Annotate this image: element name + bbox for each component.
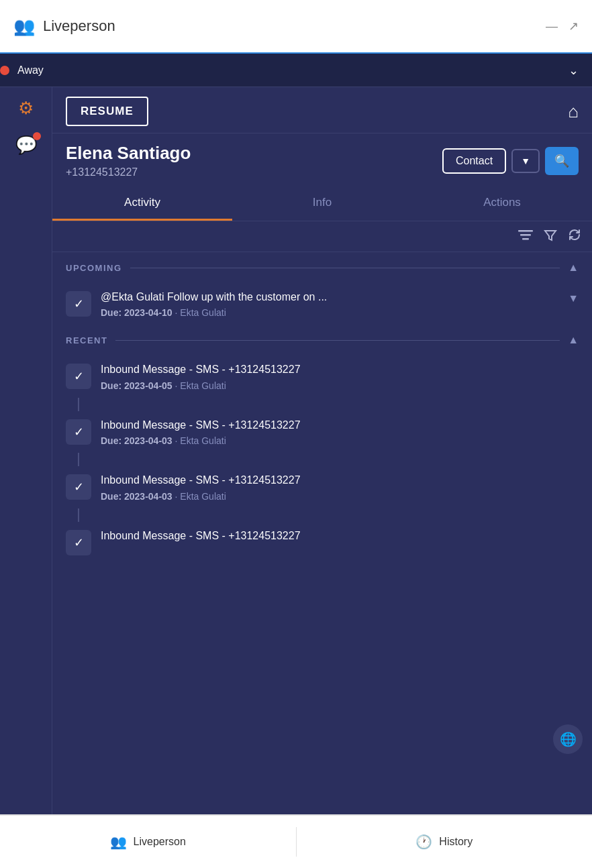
recent-collapse-icon[interactable]: ▲	[568, 334, 579, 346]
recent-item-meta-2: Due: 2023-04-03 · Ekta Gulati	[101, 491, 579, 502]
customer-phone: +13124513227	[66, 166, 191, 178]
refresh-button[interactable]	[568, 228, 581, 245]
upcoming-collapse-icon[interactable]: ▲	[568, 262, 579, 274]
title-bar-left: 👥 Liveperson	[13, 16, 115, 37]
settings-icon[interactable]: ⚙	[18, 98, 34, 119]
sidebar: ⚙ 💬	[0, 87, 52, 814]
checkbox-recent-2[interactable]: ✓	[66, 474, 91, 500]
expand-button[interactable]: ↗	[569, 19, 579, 34]
recent-item-meta-0: Due: 2023-04-05 · Ekta Gulati	[101, 380, 579, 391]
recent-item-content-1: Inbound Message - SMS - +13124513227 Due…	[101, 418, 579, 446]
activity-toolbar	[52, 221, 592, 252]
customer-section: Elena Santiago +13124513227 Contact ▼ 🔍	[52, 133, 592, 186]
upcoming-item-meta-0: Due: 2023-04-10 · Ekta Gulati	[101, 307, 558, 318]
tab-actions[interactable]: Actions	[412, 186, 592, 221]
recent-label: RECENT	[66, 335, 107, 345]
checkbox-upcoming-0[interactable]: ✓	[66, 291, 91, 317]
liveperson-nav-label: Liveperson	[134, 836, 186, 848]
main-panel: RESUME ⌂ Elena Santiago +13124513227 Con…	[52, 87, 592, 814]
svg-rect-2	[522, 238, 529, 240]
resume-button[interactable]: RESUME	[66, 97, 148, 126]
title-bar: 👥 Liveperson — ↗	[0, 0, 592, 54]
status-dot	[0, 66, 9, 75]
timeline-connector-2	[78, 508, 79, 522]
recent-item-content-3: Inbound Message - SMS - +13124513227	[101, 529, 579, 546]
recent-item-title-3: Inbound Message - SMS - +13124513227	[101, 529, 579, 543]
recent-item-title-2: Inbound Message - SMS - +13124513227	[101, 473, 579, 488]
history-nav-icon: 🕐	[415, 834, 432, 850]
tabs-bar: Activity Info Actions	[52, 186, 592, 221]
recent-item-3[interactable]: ✓ Inbound Message - SMS - +13124513227	[52, 522, 592, 562]
customer-header-row: Elena Santiago +13124513227 Contact ▼ 🔍	[66, 143, 579, 178]
history-nav-label: History	[439, 836, 473, 848]
recent-item-2[interactable]: ✓ Inbound Message - SMS - +13124513227 D…	[52, 466, 592, 508]
upcoming-label: UPCOMING	[66, 263, 122, 273]
globe-button[interactable]: 🌐	[553, 724, 583, 754]
activity-list: UPCOMING ▲ ✓ @Ekta Gulati Follow up with…	[52, 252, 592, 814]
recent-item-title-0: Inbound Message - SMS - +13124513227	[101, 362, 579, 377]
contact-button[interactable]: Contact	[442, 148, 506, 174]
svg-rect-1	[520, 234, 531, 236]
title-bar-controls: — ↗	[546, 19, 579, 34]
tab-activity[interactable]: Activity	[52, 186, 232, 221]
tab-info[interactable]: Info	[232, 186, 412, 221]
checkbox-recent-1[interactable]: ✓	[66, 419, 91, 445]
panel-header: RESUME ⌂	[52, 87, 592, 133]
upcoming-section-header: UPCOMING ▲	[52, 252, 592, 283]
status-chevron-icon: ⌄	[569, 63, 579, 78]
app-title: Liveperson	[43, 17, 115, 35]
app-container: Away ⌄ ⚙ 💬 RESUME ⌂	[0, 54, 592, 814]
status-text: Away	[17, 64, 44, 76]
recent-item-meta-1: Due: 2023-04-03 · Ekta Gulati	[101, 435, 579, 446]
upcoming-item-content-0: @Ekta Gulati Follow up with the customer…	[101, 290, 558, 318]
recent-item-1[interactable]: ✓ Inbound Message - SMS - +13124513227 D…	[52, 411, 592, 453]
sort-button[interactable]	[518, 229, 533, 244]
bottom-nav-history[interactable]: 🕐 History	[297, 827, 593, 857]
users-icon: 👥	[13, 16, 35, 37]
bottom-nav-liveperson[interactable]: 👥 Liveperson	[0, 827, 297, 857]
contact-controls: Contact ▼ 🔍	[442, 147, 579, 175]
timeline-connector-1	[78, 453, 79, 466]
search-button[interactable]: 🔍	[545, 147, 579, 175]
recent-item-0[interactable]: ✓ Inbound Message - SMS - +13124513227 D…	[52, 356, 592, 397]
filter-button[interactable]	[544, 228, 557, 245]
checkbox-recent-0[interactable]: ✓	[66, 364, 91, 389]
status-bar[interactable]: Away ⌄	[0, 54, 592, 87]
recent-item-content-2: Inbound Message - SMS - +13124513227 Due…	[101, 473, 579, 501]
svg-rect-0	[518, 230, 533, 232]
timeline-connector-0	[78, 398, 79, 411]
home-button[interactable]: ⌂	[568, 101, 579, 122]
upcoming-item-chevron-0[interactable]: ▼	[568, 290, 579, 305]
recent-section-header: RECENT ▲	[52, 325, 592, 356]
bottom-nav: 👥 Liveperson 🕐 History	[0, 814, 592, 868]
upcoming-item-title-0: @Ekta Gulati Follow up with the customer…	[101, 290, 558, 305]
customer-info: Elena Santiago +13124513227	[66, 143, 191, 178]
content-area: ⚙ 💬 RESUME ⌂ Elena Santiago +131245	[0, 87, 592, 814]
upcoming-item-0[interactable]: ✓ @Ekta Gulati Follow up with the custom…	[52, 283, 592, 325]
recent-divider	[115, 340, 560, 341]
dropdown-button[interactable]: ▼	[511, 149, 540, 173]
customer-name: Elena Santiago	[66, 143, 191, 164]
checkbox-recent-3[interactable]: ✓	[66, 530, 91, 555]
chat-icon[interactable]: 💬	[15, 135, 37, 156]
recent-item-content-0: Inbound Message - SMS - +13124513227 Due…	[101, 362, 579, 390]
liveperson-nav-icon: 👥	[110, 834, 127, 850]
recent-item-title-1: Inbound Message - SMS - +13124513227	[101, 418, 579, 433]
notification-badge	[33, 132, 41, 140]
upcoming-divider	[130, 268, 560, 268]
header-actions: RESUME	[66, 97, 148, 126]
minimize-button[interactable]: —	[546, 19, 558, 34]
